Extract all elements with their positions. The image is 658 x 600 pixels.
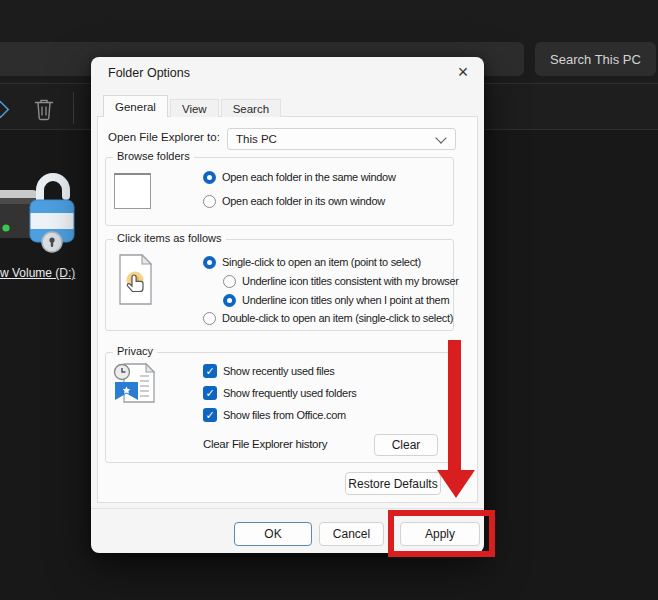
option-underline-browser: Underline icon titles consistent with my… (223, 274, 459, 288)
group-privacy: Privacy ✓ Show recently used files ✓ Sho… (105, 352, 454, 463)
radio-underline-point[interactable] (223, 294, 236, 307)
option-same-window-label: Open each folder in the same window (222, 171, 396, 183)
radio-double-click[interactable] (203, 312, 216, 325)
option-single-click: Single-click to open an item (point to s… (203, 255, 421, 269)
group-browse-legend: Browse folders (113, 150, 194, 162)
option-show-office: ✓ Show files from Office.com (203, 408, 346, 422)
cancel-button[interactable]: Cancel (319, 522, 384, 546)
option-show-recent: ✓ Show recently used files (203, 364, 334, 378)
option-double-click-label: Double-click to open an item (single-cli… (222, 312, 453, 324)
option-double-click: Double-click to open an item (single-cli… (203, 311, 453, 325)
restore-defaults-button[interactable]: Restore Defaults (345, 472, 441, 495)
tab-search-label: Search (233, 103, 269, 115)
delete-trash-icon[interactable] (34, 98, 54, 121)
clear-history-label: Clear File Explorer history (203, 438, 327, 450)
group-browse-folders: Browse folders Open each folder in the s… (105, 157, 454, 226)
checkbox-show-recent[interactable]: ✓ (203, 364, 217, 378)
radio-single-click[interactable] (203, 256, 216, 269)
annotation-arrow-head-icon (437, 470, 475, 498)
option-own-window: Open each folder in its own window (203, 194, 385, 208)
search-box-text: Search This PC (550, 52, 641, 67)
screenshot-stage: Search This PC w Volume (D:) Folder Opti… (0, 0, 658, 600)
tab-general-label: General (115, 101, 156, 113)
group-click-items: Click items as follows Single-click to o… (105, 239, 454, 331)
share-icon[interactable] (0, 100, 11, 120)
open-to-dropdown[interactable]: This PC (227, 128, 456, 150)
option-show-office-label: Show files from Office.com (223, 409, 346, 421)
option-own-window-label: Open each folder in its own window (222, 195, 385, 207)
radio-same-window[interactable] (203, 171, 216, 184)
drive-unlocked-icon[interactable] (0, 160, 84, 256)
option-single-click-label: Single-click to open an item (point to s… (222, 256, 421, 268)
radio-underline-browser[interactable] (223, 275, 236, 288)
tab-view[interactable]: View (170, 99, 219, 117)
checkbox-show-office[interactable]: ✓ (203, 408, 217, 422)
drive-label[interactable]: w Volume (D:) (0, 266, 80, 280)
clear-button[interactable]: Clear (374, 434, 438, 456)
option-underline-browser-label: Underline icon titles consistent with my… (242, 275, 459, 287)
chevron-down-icon (435, 132, 446, 143)
close-icon[interactable]: × (453, 62, 473, 82)
privacy-history-icon (112, 362, 160, 404)
tab-strip: General View Search (103, 95, 281, 117)
tab-general[interactable]: General (103, 95, 168, 117)
open-to-value: This PC (236, 133, 277, 145)
search-box[interactable]: Search This PC (535, 42, 656, 76)
group-click-legend: Click items as follows (113, 232, 226, 244)
toolbar-divider (73, 92, 74, 124)
checkbox-show-frequent[interactable]: ✓ (203, 386, 217, 400)
option-show-frequent-label: Show frequently used folders (223, 387, 356, 399)
ok-button[interactable]: OK (234, 522, 312, 546)
window-icon (114, 173, 151, 209)
single-click-icon (118, 253, 154, 307)
option-show-frequent: ✓ Show frequently used folders (203, 386, 356, 400)
explorer-titlebar (0, 0, 658, 37)
option-underline-point: Underline icon titles only when I point … (223, 293, 449, 307)
annotation-arrow-shaft (448, 340, 461, 471)
option-same-window: Open each folder in the same window (203, 170, 396, 184)
dialog-title: Folder Options (108, 66, 190, 80)
footer-separator (91, 508, 484, 509)
clear-history-row: Clear File Explorer history (203, 437, 327, 451)
option-underline-point-label: Underline icon titles only when I point … (242, 294, 449, 306)
tab-search[interactable]: Search (221, 99, 281, 117)
annotation-highlight-rect (388, 510, 495, 557)
open-to-label: Open File Explorer to: (108, 131, 220, 143)
folder-options-dialog: Folder Options × General View Search Ope… (91, 57, 484, 553)
option-show-recent-label: Show recently used files (223, 365, 334, 377)
tab-view-label: View (182, 103, 207, 115)
group-privacy-legend: Privacy (113, 345, 157, 357)
radio-own-window[interactable] (203, 195, 216, 208)
